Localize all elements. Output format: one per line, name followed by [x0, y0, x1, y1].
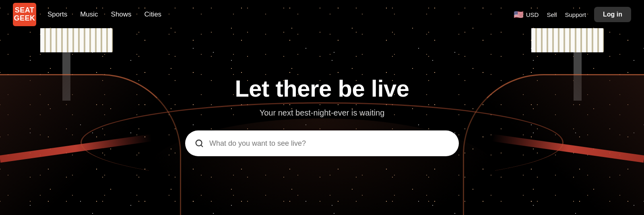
nav-right: 🇺🇸 USD Sell Support Log in: [514, 7, 631, 22]
login-button[interactable]: Log in: [594, 7, 631, 22]
floodlight-left: [40, 28, 113, 52]
floodlight-right: [531, 28, 604, 52]
sell-link[interactable]: Sell: [547, 11, 557, 18]
search-bar: [185, 130, 459, 156]
search-input[interactable]: [209, 139, 449, 148]
us-flag-icon: 🇺🇸: [514, 10, 524, 19]
navbar: SEAT GEEK Sports Music Shows Cities 🇺🇸 U…: [0, 0, 644, 29]
hero-section: Let there be live Your next best-night-e…: [0, 0, 644, 215]
nav-shows[interactable]: Shows: [111, 10, 132, 18]
hero-title: Let there be live: [235, 75, 409, 102]
hero-subtitle: Your next best-night-ever is waiting: [260, 108, 385, 118]
currency-label: USD: [526, 11, 539, 18]
nav-sports[interactable]: Sports: [47, 10, 67, 18]
logo[interactable]: SEAT GEEK: [13, 3, 36, 26]
nav-cities[interactable]: Cities: [144, 10, 162, 18]
search-icon: [195, 139, 204, 148]
hero-content: Let there be live Your next best-night-e…: [185, 75, 459, 156]
nav-links: Sports Music Shows Cities: [47, 10, 161, 19]
currency-selector[interactable]: 🇺🇸 USD: [514, 10, 539, 19]
svg-line-1: [201, 145, 202, 147]
nav-music[interactable]: Music: [80, 10, 98, 18]
support-link[interactable]: Support: [565, 11, 586, 18]
